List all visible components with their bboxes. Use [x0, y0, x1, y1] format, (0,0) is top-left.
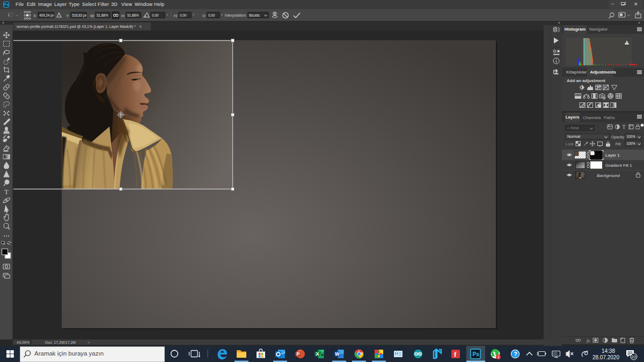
svg-text:Layer 1: Layer 1 — [605, 153, 620, 158]
svg-text:P: P — [297, 351, 300, 357]
svg-text:T: T — [622, 124, 625, 130]
svg-text:fx: fx — [587, 338, 590, 343]
svg-text:Gradient Fill 1: Gradient Fill 1 — [605, 163, 632, 168]
svg-text:X: X — [316, 351, 319, 357]
svg-text:Ps: Ps — [473, 351, 480, 357]
svg-text:1: 1 — [497, 354, 500, 359]
svg-text:f: f — [454, 350, 457, 358]
svg-text:T: T — [4, 188, 9, 196]
svg-text:Background: Background — [597, 173, 620, 178]
svg-text:22: 22 — [632, 354, 636, 359]
svg-text:?: ? — [514, 351, 517, 357]
svg-text:28.07.2020: 28.07.2020 — [592, 354, 619, 360]
svg-text:14:38: 14:38 — [602, 348, 615, 354]
svg-text:W: W — [335, 351, 340, 357]
